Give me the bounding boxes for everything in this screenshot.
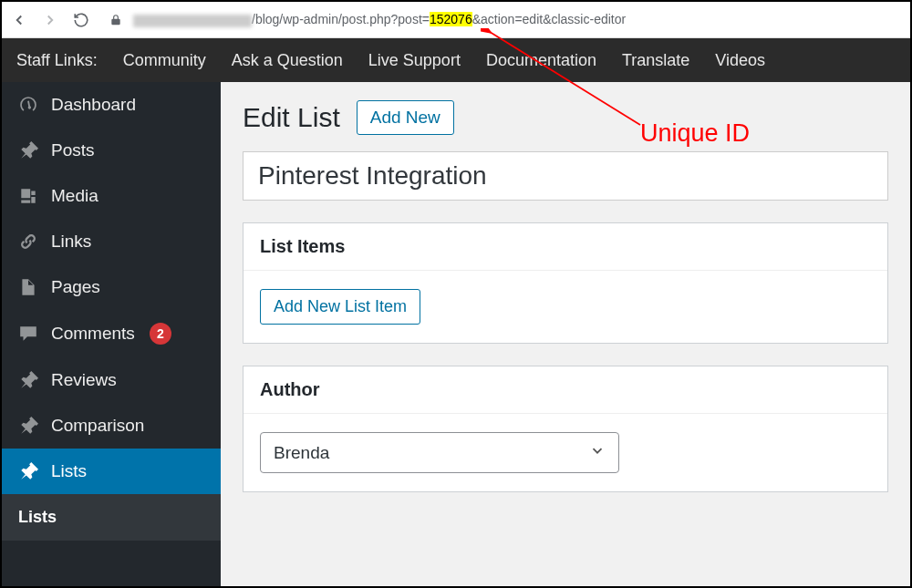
author-body: Brenda	[244, 414, 887, 491]
url-bar[interactable]: /blog/wp-admin/post.php?post=152076&acti…	[102, 12, 901, 28]
sidebar-item-dashboard[interactable]: Dashboard	[2, 82, 221, 128]
sidebar-item-lists[interactable]: Lists	[2, 449, 221, 494]
page-title: Edit List	[243, 102, 340, 133]
post-title-input[interactable]	[243, 151, 888, 201]
sidebar-item-label: Lists	[51, 461, 87, 481]
content-area: Edit List Add New List Items Add New Lis…	[221, 82, 910, 586]
author-selected-value: Brenda	[274, 443, 329, 463]
forward-icon[interactable]	[42, 12, 58, 28]
sidebar-item-label: Comparison	[51, 416, 144, 436]
admin-sidebar: Dashboard Posts Media Links Pages Commen…	[2, 82, 221, 586]
sidebar-item-label: Posts	[51, 140, 95, 160]
sidebar-item-reviews[interactable]: Reviews	[2, 357, 221, 403]
link-icon	[18, 232, 38, 252]
staff-links-bar: Staff Links: Community Ask a Question Li…	[2, 38, 910, 82]
author-panel: Author Brenda	[243, 366, 888, 492]
staff-links-label: Staff Links:	[16, 51, 98, 70]
sidebar-item-label: Reviews	[51, 370, 117, 390]
staff-link-community[interactable]: Community	[123, 51, 206, 70]
sidebar-item-posts[interactable]: Posts	[2, 128, 221, 173]
dashboard-icon	[18, 95, 38, 115]
sidebar-item-pages[interactable]: Pages	[2, 264, 221, 310]
sidebar-item-links[interactable]: Links	[2, 219, 221, 264]
sidebar-item-media[interactable]: Media	[2, 173, 221, 219]
sidebar-item-label: Dashboard	[51, 95, 136, 115]
sidebar-item-comparison[interactable]: Comparison	[2, 403, 221, 449]
comments-badge: 2	[150, 323, 171, 345]
staff-link-videos[interactable]: Videos	[715, 51, 765, 70]
main-wrap: Dashboard Posts Media Links Pages Commen…	[2, 82, 910, 586]
browser-nav	[11, 12, 89, 28]
comment-icon	[18, 324, 38, 344]
pin-icon	[18, 370, 38, 390]
page-icon	[18, 277, 38, 297]
annotation-label: Unique ID	[640, 119, 750, 148]
add-list-item-button[interactable]: Add New List Item	[260, 289, 420, 325]
sidebar-item-label: Pages	[51, 277, 100, 297]
staff-link-support[interactable]: Live Support	[368, 51, 461, 70]
back-icon[interactable]	[11, 12, 27, 28]
list-items-panel: List Items Add New List Item	[243, 222, 888, 344]
page-header: Edit List Add New	[243, 100, 888, 135]
lock-icon	[108, 12, 124, 28]
staff-link-docs[interactable]: Documentation	[486, 51, 596, 70]
sidebar-item-label: Links	[51, 232, 91, 252]
media-icon	[18, 186, 38, 206]
author-heading: Author	[244, 366, 887, 414]
author-select[interactable]: Brenda	[260, 432, 619, 473]
sidebar-submenu-lists[interactable]: Lists	[2, 494, 221, 541]
list-items-heading: List Items	[244, 223, 887, 271]
pin-icon	[18, 140, 38, 160]
pin-icon	[18, 416, 38, 436]
browser-chrome: /blog/wp-admin/post.php?post=152076&acti…	[2, 2, 910, 38]
url-blurred-domain	[133, 15, 252, 27]
pin-icon	[18, 461, 38, 481]
staff-link-translate[interactable]: Translate	[622, 51, 689, 70]
add-new-button[interactable]: Add New	[357, 100, 454, 135]
url-text: /blog/wp-admin/post.php?post=152076&acti…	[133, 12, 626, 26]
url-post-id-highlight: 152076	[430, 12, 472, 26]
staff-link-ask[interactable]: Ask a Question	[232, 51, 343, 70]
list-items-body: Add New List Item	[244, 271, 887, 343]
sidebar-item-label: Media	[51, 186, 98, 206]
sidebar-item-label: Comments	[51, 324, 135, 344]
reload-icon[interactable]	[73, 12, 89, 28]
sidebar-item-comments[interactable]: Comments 2	[2, 310, 221, 357]
chevron-down-icon	[589, 442, 606, 463]
